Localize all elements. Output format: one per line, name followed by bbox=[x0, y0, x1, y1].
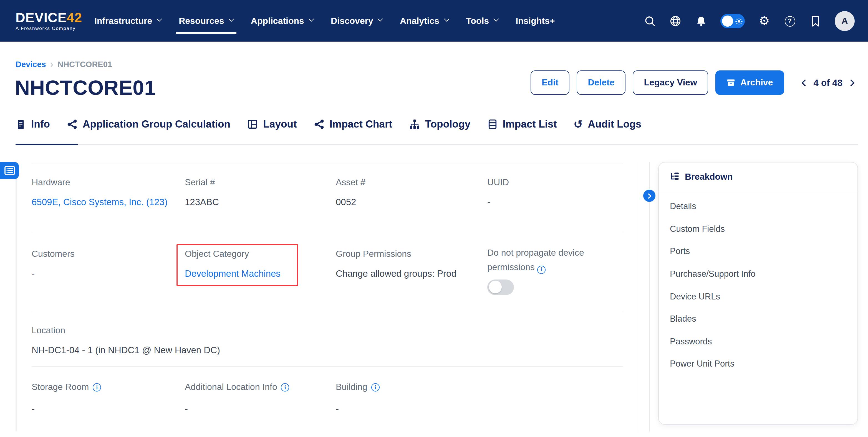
field-customers: Customers - bbox=[32, 249, 75, 280]
field-label: Additional Location Info bbox=[185, 382, 289, 392]
help-icon[interactable] bbox=[784, 15, 796, 27]
top-nav: DEVICE42 A Freshworks Company Infrastruc… bbox=[0, 0, 868, 42]
nav-utilities: ⚙ A bbox=[644, 0, 855, 42]
breakdown-item-details[interactable]: Details bbox=[670, 195, 858, 218]
field-label: Customers bbox=[32, 249, 75, 259]
breakdown-rail-divider bbox=[649, 162, 650, 432]
info-icon[interactable] bbox=[537, 265, 546, 274]
row-divider bbox=[32, 164, 623, 164]
brand-tagline: A Freshworks Company bbox=[16, 26, 82, 31]
nav-item-infrastructure[interactable]: Infrastructure bbox=[94, 0, 160, 42]
pagination-text: 4 of 48 bbox=[813, 77, 842, 88]
breadcrumb-devices-link[interactable]: Devices bbox=[16, 60, 46, 69]
info-icon[interactable] bbox=[371, 383, 380, 391]
field-value: 123ABC bbox=[185, 195, 219, 209]
field-label: Object Category bbox=[185, 249, 281, 259]
nav-item-analytics[interactable]: Analytics bbox=[400, 0, 447, 42]
history-clock-icon: ↺ bbox=[574, 119, 583, 130]
document-icon bbox=[16, 119, 26, 130]
field-asset: Asset # 0052 bbox=[336, 177, 366, 209]
info-icon[interactable] bbox=[281, 383, 289, 391]
tab-topology[interactable]: Topology bbox=[409, 118, 471, 130]
field-label: Serial # bbox=[185, 177, 219, 188]
expand-breakdown-button[interactable] bbox=[643, 190, 655, 202]
tabs-divider bbox=[16, 144, 858, 145]
breadcrumb-current: NHCTCORE01 bbox=[57, 60, 112, 69]
archive-button[interactable]: Archive bbox=[715, 70, 784, 95]
tab-impact-chart[interactable]: Impact Chart bbox=[314, 118, 392, 130]
field-value: - bbox=[487, 195, 509, 209]
breakdown-item-purchase-support[interactable]: Purchase/Support Info bbox=[670, 263, 858, 285]
sitemap-icon bbox=[409, 119, 420, 130]
share-network-icon bbox=[314, 119, 325, 130]
nav-item-insights[interactable]: Insights+ bbox=[516, 0, 555, 42]
record-pagination: 4 of 48 bbox=[802, 77, 854, 88]
bell-icon[interactable] bbox=[695, 15, 707, 27]
avatar[interactable]: A bbox=[835, 11, 855, 31]
field-additional-location: Additional Location Info - bbox=[185, 382, 289, 416]
field-serial: Serial # 123ABC bbox=[185, 177, 219, 209]
field-label: Asset # bbox=[336, 177, 366, 188]
breakdown-item-device-urls[interactable]: Device URLs bbox=[670, 285, 858, 308]
chevron-down-icon bbox=[493, 16, 499, 22]
prev-record-icon[interactable] bbox=[801, 79, 808, 86]
sun-icon bbox=[735, 17, 743, 27]
legacy-view-button[interactable]: Legacy View bbox=[633, 70, 708, 95]
field-value: 0052 bbox=[336, 195, 366, 209]
tab-layout[interactable]: Layout bbox=[247, 118, 297, 130]
tab-application-group-calculation[interactable]: Application Group Calculation bbox=[67, 118, 230, 130]
row-divider bbox=[32, 232, 623, 232]
breakdown-item-custom-fields[interactable]: Custom Fields bbox=[670, 218, 858, 240]
row-divider bbox=[32, 366, 623, 367]
list-rows-icon bbox=[487, 119, 498, 130]
chevron-down-icon bbox=[309, 16, 314, 22]
hardware-link[interactable]: 6509E, Cisco Systems, Inc. (123) bbox=[32, 195, 170, 209]
field-hardware: Hardware 6509E, Cisco Systems, Inc. (123… bbox=[32, 177, 170, 209]
tab-bar: Info Application Group Calculation Layou… bbox=[16, 118, 641, 130]
breakdown-item-ports[interactable]: Ports bbox=[670, 240, 858, 263]
gear-icon[interactable]: ⚙ bbox=[758, 15, 770, 27]
toggle-knob bbox=[722, 15, 733, 27]
theme-toggle[interactable] bbox=[720, 14, 745, 28]
list-tree-icon bbox=[670, 172, 679, 181]
field-propagate-permissions: Do not propagate device permissions bbox=[487, 246, 618, 295]
field-label: Do not propagate device permissions bbox=[487, 246, 618, 274]
field-storage-room: Storage Room - bbox=[32, 382, 101, 416]
bookmark-icon[interactable] bbox=[809, 15, 822, 27]
breakdown-item-blades[interactable]: Blades bbox=[670, 308, 858, 330]
nav-menu: Infrastructure Resources Applications Di… bbox=[94, 0, 555, 42]
page-title: NHCTCORE01 bbox=[15, 76, 156, 100]
side-panel-toggle[interactable] bbox=[0, 162, 19, 179]
archive-icon bbox=[726, 78, 735, 87]
row-divider bbox=[32, 312, 623, 312]
nav-item-tools[interactable]: Tools bbox=[466, 0, 497, 42]
search-icon[interactable] bbox=[644, 15, 656, 27]
tab-audit-logs[interactable]: ↺ Audit Logs bbox=[574, 118, 642, 130]
nav-item-resources[interactable]: Resources bbox=[179, 0, 232, 42]
field-label: Building bbox=[336, 382, 380, 392]
brand-logo[interactable]: DEVICE42 A Freshworks Company bbox=[16, 11, 82, 31]
field-object-category: Object Category Development Machines bbox=[185, 249, 281, 280]
tab-impact-list[interactable]: Impact List bbox=[487, 118, 557, 130]
edit-button[interactable]: Edit bbox=[531, 70, 569, 95]
field-label: Storage Room bbox=[32, 382, 101, 392]
nav-item-discovery[interactable]: Discovery bbox=[331, 0, 381, 42]
globe-icon[interactable] bbox=[669, 15, 682, 27]
delete-button[interactable]: Delete bbox=[577, 70, 625, 95]
brand-name: DEVICE42 bbox=[16, 11, 82, 24]
breakdown-item-passwords[interactable]: Passwords bbox=[670, 330, 858, 353]
next-record-icon[interactable] bbox=[847, 79, 855, 86]
breadcrumb-separator: › bbox=[51, 60, 53, 69]
chevron-down-icon bbox=[444, 16, 449, 22]
nav-item-applications[interactable]: Applications bbox=[251, 0, 312, 42]
propagate-toggle[interactable] bbox=[487, 279, 514, 295]
left-rail-divider bbox=[16, 179, 17, 432]
breakdown-item-power-unit-ports[interactable]: Power Unit Ports bbox=[670, 353, 858, 375]
field-location: Location NH-DC1-04 - 1 (in NHDC1 @ New H… bbox=[32, 326, 420, 357]
object-category-link[interactable]: Development Machines bbox=[185, 267, 281, 280]
chevron-down-icon bbox=[229, 16, 234, 22]
field-uuid: UUID - bbox=[487, 177, 509, 209]
tab-info[interactable]: Info bbox=[16, 118, 50, 130]
active-tab-underline bbox=[16, 143, 78, 145]
info-icon[interactable] bbox=[93, 383, 101, 391]
